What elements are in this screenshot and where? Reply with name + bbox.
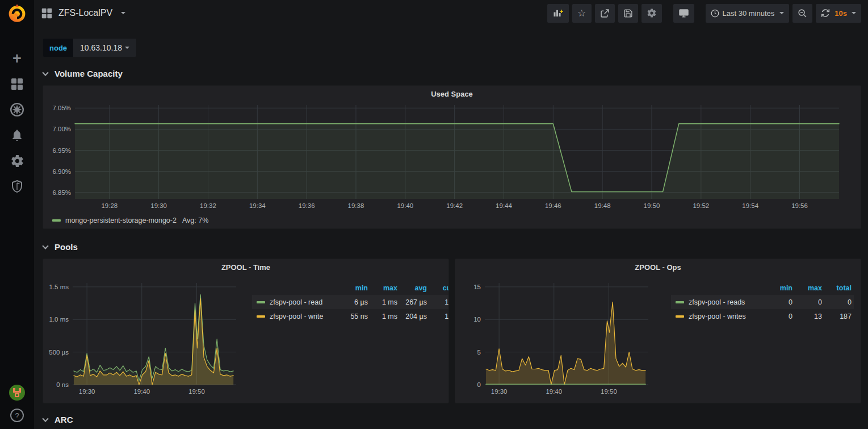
time-range-picker[interactable]: Last 30 minutes xyxy=(706,4,790,23)
refresh-caret-icon xyxy=(852,12,856,14)
template-variable-node[interactable]: node 10.63.10.18 xyxy=(43,39,868,57)
svg-text:19:44: 19:44 xyxy=(496,202,512,209)
svg-text:19:48: 19:48 xyxy=(594,202,611,209)
node-variable-value[interactable]: 10.63.10.18 xyxy=(73,39,136,57)
section-pools[interactable]: Pools xyxy=(43,239,868,254)
share-dashboard-button[interactable] xyxy=(595,4,615,23)
svg-text:19:32: 19:32 xyxy=(200,202,216,209)
explore-compass-icon[interactable] xyxy=(9,102,26,118)
series-name[interactable]: mongo-persistent-storage-mongo-2 xyxy=(65,216,177,224)
node-value-text: 10.63.10.18 xyxy=(80,43,122,52)
svg-text:19:52: 19:52 xyxy=(693,202,709,209)
svg-text:19:56: 19:56 xyxy=(791,202,808,209)
dashboard-settings-button[interactable] xyxy=(641,4,662,23)
configuration-gear-icon[interactable] xyxy=(9,153,26,169)
dashboard-title: ZFS-LocalPV xyxy=(58,8,112,18)
series-swatch xyxy=(257,315,265,318)
zpool-ops-legend: min max total zfspv-pool - reads 0 0 0 xyxy=(671,281,854,323)
legend-header-max[interactable]: max xyxy=(795,284,824,292)
user-avatar[interactable] xyxy=(9,385,26,401)
svg-text:19:28: 19:28 xyxy=(101,202,118,209)
series-swatch xyxy=(676,315,684,318)
svg-text:19:30: 19:30 xyxy=(491,388,508,395)
refresh-interval-label: 10s xyxy=(835,9,847,18)
series-name: zfspv-pool - reads xyxy=(689,298,745,306)
svg-text:19:36: 19:36 xyxy=(299,202,315,209)
svg-text:19:30: 19:30 xyxy=(79,388,95,395)
clock-icon xyxy=(711,9,719,18)
svg-text:19:46: 19:46 xyxy=(545,202,561,209)
svg-text:19:50: 19:50 xyxy=(601,388,617,395)
series-swatch xyxy=(676,301,684,303)
legend-header-total[interactable]: total xyxy=(824,284,854,292)
svg-text:19:30: 19:30 xyxy=(150,202,167,209)
legend-value-max: 0 xyxy=(795,298,824,306)
series-name-cell[interactable]: zfspv-pool - write xyxy=(252,313,341,320)
used-space-legend: mongo-persistent-storage-mongo-2 Avg: 7% xyxy=(52,216,208,224)
svg-text:19:50: 19:50 xyxy=(188,388,205,395)
pools-panel-row: ZPOOL - Time 0 ns500 µs1.0 ms1.5 ms19:30… xyxy=(43,259,861,403)
sidebar: + xyxy=(0,0,34,429)
series-name-cell[interactable]: zfspv-pool - writes xyxy=(671,313,765,320)
svg-text:19:42: 19:42 xyxy=(446,202,463,209)
save-dashboard-button[interactable] xyxy=(618,4,638,23)
legend-row-writes: zfspv-pool - writes 0 13 187 xyxy=(671,309,854,323)
legend-value-max: 1 ms xyxy=(370,298,400,306)
section-arc[interactable]: ARC xyxy=(43,412,868,427)
dashboard-squares-icon xyxy=(41,7,53,19)
section-title: Volume Capacity xyxy=(54,69,123,78)
zpool-ops-chart[interactable]: 05101519:3019:4019:50 xyxy=(461,275,652,399)
svg-text:10: 10 xyxy=(473,316,481,323)
section-volume-capacity[interactable]: Volume Capacity xyxy=(43,66,868,81)
dashboard-title-group[interactable]: ZFS-LocalPV xyxy=(41,7,125,19)
legend-value-max: 1 ms xyxy=(370,313,400,320)
section-title: Pools xyxy=(54,242,78,252)
svg-text:19:40: 19:40 xyxy=(397,202,413,209)
used-space-panel-title[interactable]: Used Space xyxy=(43,86,861,98)
alerting-bell-icon[interactable] xyxy=(9,127,26,143)
chevron-down-icon xyxy=(42,69,48,76)
legend-header-min[interactable]: min xyxy=(341,284,370,292)
zpool-time-chart[interactable]: 0 ns500 µs1.0 ms1.5 ms19:3019:4019:50 xyxy=(49,275,240,399)
svg-text:0 ns: 0 ns xyxy=(56,381,69,388)
add-panel-button[interactable] xyxy=(547,4,569,23)
svg-text:15: 15 xyxy=(473,284,481,290)
zpool-time-legend: min max avg curr zfspv-pool - read 6 µs … xyxy=(252,281,449,323)
time-range-caret-icon xyxy=(779,12,784,14)
series-name: zfspv-pool - read xyxy=(270,298,322,306)
dashboard-content: node 10.63.10.18 Volume Capacity Used Sp… xyxy=(34,26,868,429)
zoom-out-time-button[interactable] xyxy=(792,4,812,23)
node-variable-label: node xyxy=(43,39,73,57)
server-admin-shield-icon[interactable] xyxy=(9,178,26,194)
legend-header-row: min max total xyxy=(671,281,854,295)
legend-value-current: 172 xyxy=(429,298,449,306)
legend-header-current[interactable]: curr xyxy=(429,284,449,292)
create-plus-icon[interactable]: + xyxy=(9,51,26,66)
svg-text:6.85%: 6.85% xyxy=(52,189,71,196)
help-icon[interactable]: ? xyxy=(9,407,26,423)
series-name-cell[interactable]: zfspv-pool - read xyxy=(252,298,341,306)
kiosk-mode-button[interactable] xyxy=(673,4,694,23)
legend-value-min: 0 xyxy=(765,313,795,320)
legend-value-total: 187 xyxy=(824,313,854,320)
legend-header-min[interactable]: min xyxy=(765,284,795,292)
legend-value-avg: 204 µs xyxy=(400,313,429,320)
legend-header-avg[interactable]: avg xyxy=(400,284,429,292)
svg-text:1.0 ms: 1.0 ms xyxy=(49,316,69,323)
star-dashboard-button[interactable]: ☆ xyxy=(572,4,592,23)
dashboards-icon[interactable] xyxy=(9,76,26,92)
chevron-down-icon xyxy=(42,415,48,422)
sidebar-bottom: ? xyxy=(9,385,26,429)
section-title: ARC xyxy=(54,415,73,424)
zpool-time-panel: ZPOOL - Time 0 ns500 µs1.0 ms1.5 ms19:30… xyxy=(43,259,449,403)
grafana-logo-icon[interactable] xyxy=(7,3,27,23)
legend-value-min: 6 µs xyxy=(341,298,370,306)
zpool-ops-panel-title[interactable]: ZPOOL - Ops xyxy=(455,259,861,272)
used-space-chart[interactable]: 6.85%6.90%6.95%7.00%7.05%19:2819:3019:32… xyxy=(49,101,856,211)
series-name-cell[interactable]: zfspv-pool - reads xyxy=(671,298,765,306)
refresh-button[interactable]: 10s xyxy=(816,4,861,23)
zpool-time-panel-title[interactable]: ZPOOL - Time xyxy=(43,259,448,272)
legend-header-max[interactable]: max xyxy=(370,284,400,292)
legend-value-current: 135 xyxy=(429,313,449,320)
svg-text:1.5 ms: 1.5 ms xyxy=(49,284,69,290)
